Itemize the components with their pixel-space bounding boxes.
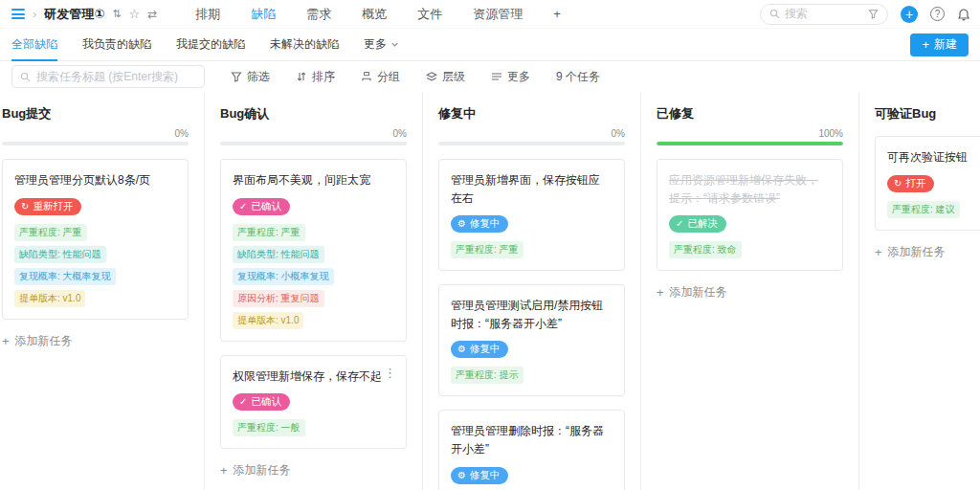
topbar: › 研发管理① ⇅ ☆ ⇄ 排期 缺陷 需求 概览 文件 资源管理 + 搜索: [0, 0, 980, 29]
column-progress-percent: 0%: [2, 128, 189, 139]
status-badge[interactable]: ⚙修复中: [451, 215, 508, 233]
menu-icon[interactable]: [11, 9, 25, 19]
switch-project-icon[interactable]: ⇅: [112, 9, 121, 19]
view-tab-label: 我负责的缺陷: [82, 36, 151, 53]
bell-icon[interactable]: [957, 8, 970, 21]
view-tab-label: 我提交的缺陷: [176, 36, 245, 53]
global-search[interactable]: 搜索: [760, 4, 888, 25]
task-title: 管理员管理删除时报：“服务器开小差”: [451, 422, 612, 457]
task-card[interactable]: 应用资源管理新增保存失败，提示：“请求参数错误”✓已解决严重程度: 致命: [657, 159, 843, 271]
tag: 提单版本: v1.0: [233, 312, 303, 329]
task-title: 界面布局不美观，间距太宽: [233, 171, 394, 189]
topbar-left: › 研发管理① ⇅ ☆ ⇄: [11, 6, 157, 23]
view-tab-all-defects[interactable]: 全部缺陷: [11, 29, 57, 60]
top-tab-defects[interactable]: 缺陷: [251, 6, 276, 23]
action-more[interactable]: 更多: [491, 69, 530, 85]
view-tab-my-assigned[interactable]: 我负责的缺陷: [82, 29, 151, 60]
star-icon[interactable]: ☆: [129, 8, 141, 20]
add-task-button[interactable]: +添加新任务: [875, 244, 980, 260]
action-label: 分组: [377, 69, 400, 85]
top-tab-files[interactable]: 文件: [417, 6, 442, 23]
task-card[interactable]: 管理员管理删除时报：“服务器开小差”⚙修复中严重程度: 提示: [438, 410, 625, 490]
new-defect-button[interactable]: + 新建: [910, 33, 969, 56]
filter-icon: [231, 71, 242, 82]
action-group[interactable]: 分组: [361, 69, 400, 85]
status-badge[interactable]: ✓已确认: [233, 198, 290, 215]
reopen-icon: ↻: [21, 202, 29, 212]
tag-list: 严重程度: 提示: [451, 367, 612, 384]
status-badge[interactable]: ↻重新打开: [14, 198, 81, 215]
fixing-icon: ⚙: [457, 345, 466, 354]
task-card[interactable]: 权限管理新增保存，保存不起⋮✓已确认严重程度: 一般: [220, 355, 407, 450]
status-badge[interactable]: ↻打开: [887, 175, 934, 192]
view-tab-label: 未解决的缺陷: [270, 36, 339, 53]
view-tab-my-submitted[interactable]: 我提交的缺陷: [176, 29, 245, 60]
action-label: 层级: [442, 69, 465, 85]
status-badge[interactable]: ✓已确认: [233, 393, 290, 411]
sort-icon: [296, 71, 307, 82]
view-tab-label: 全部缺陷: [11, 36, 57, 53]
status-label: 已确认: [251, 200, 281, 213]
add-task-label: 添加新任务: [888, 244, 946, 260]
add-task-button[interactable]: +添加新任务: [2, 333, 189, 349]
plus-icon: +: [922, 38, 929, 51]
status-label: 已解决: [687, 217, 718, 231]
add-task-label: 添加新任务: [15, 333, 73, 349]
task-card[interactable]: 界面布局不美观，间距太宽✓已确认严重程度: 严重缺陷类型: 性能问题复现概率: …: [220, 159, 407, 342]
top-tab-overview[interactable]: 概览: [362, 6, 387, 23]
open-icon: ↻: [894, 179, 902, 189]
breadcrumb-chevron-icon: ›: [33, 7, 36, 21]
tag-list: 严重程度: 严重缺陷类型: 性能问题复现概率: 小概率复现原因分析: 重复问题提…: [233, 224, 394, 329]
tag-list: 严重程度: 一般: [233, 419, 394, 436]
add-task-button[interactable]: +添加新任务: [220, 462, 407, 479]
fixing-icon: ⚙: [457, 219, 466, 229]
top-tab-requirements[interactable]: 需求: [306, 6, 331, 23]
column-title: 可验证Bug: [875, 105, 980, 122]
task-count: 9 个任务: [556, 69, 600, 85]
action-sort[interactable]: 排序: [296, 69, 335, 85]
top-tab-schedule[interactable]: 排期: [195, 6, 220, 23]
task-search-input[interactable]: [36, 70, 196, 83]
plus-icon: +: [657, 286, 664, 299]
task-card[interactable]: 管理员管理分页默认8条/页↻重新打开严重程度: 严重缺陷类型: 性能问题复现概率…: [2, 159, 189, 320]
task-title: 管理员新增界面，保存按钮应在右: [451, 171, 612, 207]
status-label: 已确认: [251, 395, 281, 409]
column-progress-percent: 0%: [220, 128, 407, 139]
status-badge[interactable]: ⚙修复中: [451, 467, 508, 484]
add-view-tab-button[interactable]: +: [553, 7, 561, 21]
status-label: 修复中: [470, 217, 501, 231]
action-hierarchy[interactable]: 层级: [426, 69, 465, 85]
task-search[interactable]: [11, 65, 205, 88]
new-defect-label: 新建: [934, 36, 957, 53]
group-icon: [361, 71, 372, 82]
column-progress-percent: 100%: [657, 128, 843, 139]
view-tab-more[interactable]: 更多: [364, 29, 399, 60]
kanban-board: Bug提交0%管理员管理分页默认8条/页↻重新打开严重程度: 严重缺陷类型: 性…: [0, 92, 980, 490]
hierarchy-icon: [426, 71, 437, 82]
card-menu-icon[interactable]: ⋮: [384, 366, 396, 380]
action-filter[interactable]: 筛选: [231, 69, 270, 85]
view-tab-unresolved[interactable]: 未解决的缺陷: [270, 29, 339, 60]
search-filter-funnel-icon[interactable]: [868, 9, 879, 19]
status-badge[interactable]: ⚙修复中: [451, 341, 508, 358]
add-task-label: 添加新任务: [670, 284, 727, 301]
project-title[interactable]: 研发管理①: [44, 6, 104, 23]
tag: 复现概率: 大概率复现: [14, 268, 116, 285]
status-badge[interactable]: ✓已解决: [669, 215, 726, 233]
top-tab-resources[interactable]: 资源管理: [473, 6, 523, 23]
tag: 严重程度: 严重: [451, 241, 523, 258]
view-tab-label: 更多: [364, 36, 387, 53]
column-progress-bar: [220, 142, 407, 145]
resolved-icon: ✓: [676, 219, 683, 229]
task-card[interactable]: 管理员新增界面，保存按钮应在右⚙修复中严重程度: 严重: [438, 159, 625, 271]
add-task-button[interactable]: +添加新任务: [657, 284, 843, 301]
transfer-icon[interactable]: ⇄: [147, 9, 157, 20]
task-card[interactable]: 管理员管理测试启用/禁用按钮时报：“服务器开小差”⚙修复中严重程度: 提示: [438, 284, 625, 396]
column-progress-bar: [2, 142, 189, 145]
task-card[interactable]: 可再次验证按钮↻打开严重程度: 建议: [875, 136, 980, 231]
help-icon[interactable]: ?: [930, 7, 945, 21]
global-add-button[interactable]: +: [901, 6, 918, 23]
chevron-down-icon: [390, 40, 399, 49]
view-tabs: 全部缺陷 我负责的缺陷 我提交的缺陷 未解决的缺陷 更多 + 新建: [0, 29, 980, 61]
status-label: 修复中: [470, 343, 501, 356]
